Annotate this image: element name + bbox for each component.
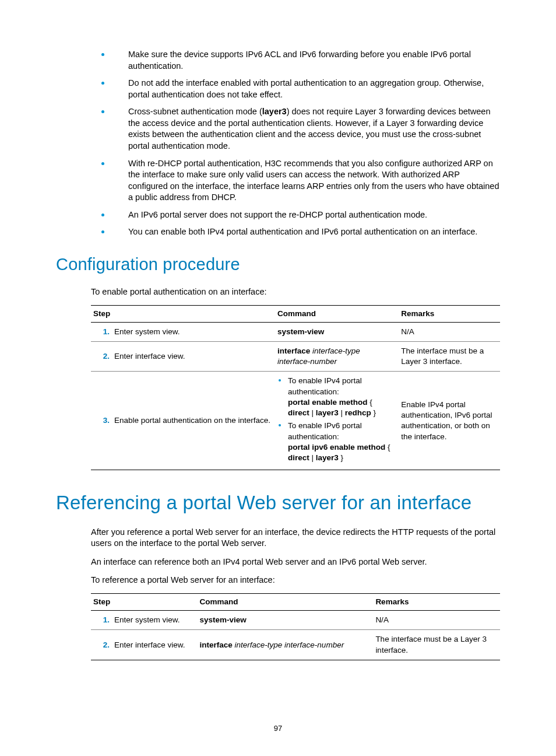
bullet-text-pre: Cross-subnet authentication mode ( <box>128 107 262 116</box>
cmd-text: interface <box>200 640 233 649</box>
step-number: 3. <box>97 415 114 426</box>
step-number: 1. <box>97 327 114 337</box>
body-paragraph: After you reference a portal Web server … <box>56 527 500 550</box>
cmd-text: interface <box>277 346 310 355</box>
bullet-text: Make sure the device supports IPv6 ACL a… <box>128 50 471 71</box>
cmd-sep: | <box>339 408 345 417</box>
list-item: Make sure the device supports IPv6 ACL a… <box>114 49 500 72</box>
cmd-text: system-view <box>277 327 324 336</box>
th-command: Command <box>198 594 374 611</box>
th-step: Step <box>91 305 275 322</box>
step-number: 2. <box>97 351 114 362</box>
list-item: Do not add the interface enabled with po… <box>114 78 500 100</box>
body-paragraph: An interface can reference both an IPv4 … <box>56 556 500 568</box>
bullet-text: You can enable both IPv4 portal authenti… <box>128 227 477 236</box>
list-item: With re-DHCP portal authentication, H3C … <box>114 158 500 204</box>
step-number: 1. <box>97 615 114 625</box>
intro-bullet-list: Make sure the device supports IPv6 ACL a… <box>56 49 500 238</box>
section-heading-config: Configuration procedure <box>56 253 500 276</box>
config-table-2: Step Command Remarks 1.Enter system view… <box>91 593 500 660</box>
th-step: Step <box>91 594 198 611</box>
table-row: 1.Enter system view. system-view N/A <box>91 611 500 630</box>
table-row: 2.Enter interface view. interface interf… <box>91 342 500 372</box>
step-desc: Enter system view. <box>114 615 180 624</box>
cmd-opt: layer3 <box>316 408 339 417</box>
cmd-sep: | <box>309 408 316 417</box>
th-remarks: Remarks <box>373 594 500 611</box>
step-desc: Enter interface view. <box>114 640 185 649</box>
bullet-text: Do not add the interface enabled with po… <box>128 78 484 99</box>
table-row: 2.Enter interface view. interface interf… <box>91 630 500 660</box>
cmd-lead: To enable IPv4 portal authentication: <box>288 376 362 396</box>
list-item: To enable IPv6 portal authentication: po… <box>277 421 394 463</box>
list-item: Cross-subnet authentication mode (layer3… <box>114 106 500 152</box>
cmd-brace: { <box>385 443 390 452</box>
cmd-sep: | <box>309 453 316 462</box>
cmd-option-list: To enable IPv4 portal authentication: po… <box>277 376 394 463</box>
cmd-opt: direct <box>288 408 309 417</box>
cmd-pre: portal ipv6 enable method <box>288 443 385 452</box>
main-heading-referencing: Referencing a portal Web server for an i… <box>56 490 500 516</box>
remarks-text: N/A <box>399 322 500 341</box>
cmd-text: system-view <box>200 615 247 624</box>
remarks-text: The interface must be a Layer 3 interfac… <box>373 630 500 660</box>
step-desc: Enable portal authentication on the inte… <box>114 416 270 425</box>
remarks-text: Enable IPv4 portal authentication, IPv6 … <box>399 372 500 470</box>
cmd-brace: { <box>367 398 372 407</box>
step-desc: Enter interface view. <box>114 352 185 360</box>
config-table-1: Step Command Remarks 1.Enter system view… <box>91 305 500 471</box>
cmd-close: } <box>339 453 343 462</box>
cmd-close: } <box>371 408 376 417</box>
list-item: An IPv6 portal server does not support t… <box>114 209 500 221</box>
remarks-text: The interface must be a Layer 3 interfac… <box>399 342 500 372</box>
bullet-text-bold: layer3 <box>262 107 287 116</box>
section-intro: To enable portal authentication on an in… <box>56 286 500 298</box>
bullet-text: With re-DHCP portal authentication, H3C … <box>128 159 499 202</box>
cmd-arg: interface-type interface-number <box>233 640 344 649</box>
list-item: To enable IPv4 portal authentication: po… <box>277 376 394 418</box>
cmd-lead: To enable IPv6 portal authentication: <box>288 421 362 440</box>
cmd-opt: direct <box>288 453 309 462</box>
bullet-text: An IPv6 portal server does not support t… <box>128 210 427 219</box>
th-command: Command <box>275 305 399 322</box>
step-desc: Enter system view. <box>114 327 180 336</box>
step-number: 2. <box>97 640 114 650</box>
cmd-opt: redhcp <box>345 408 371 417</box>
list-item: You can enable both IPv4 portal authenti… <box>114 226 500 238</box>
table-row: 3.Enable portal authentication on the in… <box>91 372 500 470</box>
cmd-pre: portal enable method <box>288 398 368 407</box>
body-paragraph: To reference a portal Web server for an … <box>56 575 500 586</box>
th-remarks: Remarks <box>399 305 500 322</box>
page-number: 97 <box>0 723 556 734</box>
remarks-text: N/A <box>373 611 500 630</box>
cmd-opt: layer3 <box>316 453 339 462</box>
table-row: 1.Enter system view. system-view N/A <box>91 322 500 341</box>
